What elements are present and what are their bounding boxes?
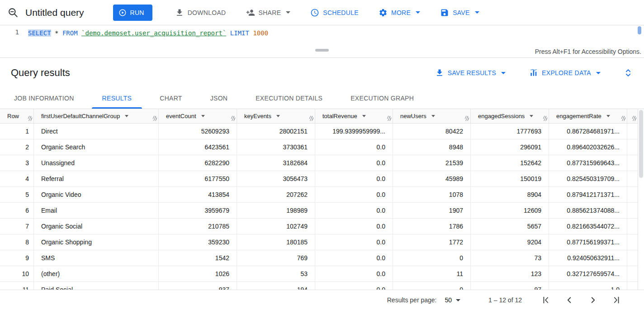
cell-engaged-sessions: 12609	[471, 203, 549, 218]
person-add-icon	[246, 8, 255, 17]
column-header-key-events[interactable]: keyEvents	[237, 109, 315, 123]
sql-keyword-from: FROM	[62, 29, 78, 37]
cell-engaged-sessions: 123	[471, 266, 549, 281]
table-row[interactable]: 1 Direct 52609293 28002151 199.939995999…	[0, 124, 644, 139]
download-button[interactable]: DOWNLOAD	[175, 8, 226, 17]
table-row[interactable]: 9 SMS 1542 769 0.0 0 73 0.924050632911..…	[0, 250, 644, 266]
tab-job-information[interactable]: JOB INFORMATION	[0, 88, 88, 109]
cell-channel-group: Referral	[34, 171, 159, 186]
schedule-button[interactable]: SCHEDULE	[310, 8, 359, 17]
column-header-channel-group[interactable]: firstUserDefaultChannelGroup	[34, 109, 159, 123]
column-resize-handle[interactable]	[632, 116, 636, 121]
cell-engaged-sessions: 152642	[471, 155, 549, 171]
splitter-handle[interactable]	[315, 49, 329, 52]
sort-menu-icon[interactable]	[606, 115, 610, 117]
explore-data-button[interactable]: EXPLORE DATA	[529, 68, 601, 77]
column-resize-handle[interactable]	[309, 116, 313, 121]
cell-engagement-rate: 0.896402032626...	[549, 139, 627, 155]
cell-engagement-rate: 0.885621374088...	[549, 203, 627, 218]
column-header-engaged-sessions[interactable]: engagedSessions	[471, 109, 549, 123]
previous-page-button[interactable]	[564, 295, 574, 305]
sort-menu-icon[interactable]	[201, 115, 205, 117]
cell-engagement-rate: 0.867284681971...	[549, 124, 627, 139]
cell-clipped	[627, 266, 638, 281]
chevron-down-icon	[286, 11, 290, 14]
cell-clipped	[627, 282, 638, 290]
save-results-button[interactable]: SAVE RESULTS	[435, 68, 506, 77]
column-header-total-revenue[interactable]: totalRevenue	[315, 109, 393, 123]
bigquery-console: Untitled query RUN DOWNLOAD SHARE	[0, 0, 644, 310]
sql-editor[interactable]: 1 SELECT * FROM `demo.demoset.user_acqui…	[0, 25, 644, 47]
cell-total-revenue: 0.0	[315, 250, 393, 266]
scrollbar-thumb[interactable]	[639, 110, 643, 178]
column-header-clipped	[627, 109, 638, 123]
chevron-left-icon	[564, 295, 574, 305]
chevron-down-icon	[416, 11, 420, 14]
table-row[interactable]: 6 Email 3959679 198989 0.0 1907 12609 0.…	[0, 203, 644, 219]
tab-chart[interactable]: CHART	[146, 88, 196, 109]
row-number: 9	[0, 250, 34, 266]
cell-engaged-sessions: 150019	[471, 171, 549, 186]
sort-menu-icon[interactable]	[125, 115, 128, 117]
table-row[interactable]: 8 Organic Shopping 359230 180185 0.0 177…	[0, 234, 644, 250]
editor-scrollbar[interactable]	[638, 26, 641, 34]
table-scrollbar[interactable]	[638, 109, 644, 290]
column-header-new-users[interactable]: newUsers	[393, 109, 471, 123]
tab-results[interactable]: RESULTS	[88, 88, 146, 109]
query-title: Untitled query	[25, 7, 84, 18]
chevron-down-icon	[456, 299, 460, 301]
cell-channel-group: Organic Video	[34, 187, 159, 202]
column-header-engagement-rate[interactable]: engagementRate	[549, 109, 627, 123]
table-row[interactable]: 10 (other) 1026 53 0.0 11 123 0.32712765…	[0, 266, 644, 282]
cell-key-events: 3730361	[237, 139, 315, 155]
column-resize-handle[interactable]	[153, 116, 157, 121]
column-resize-handle[interactable]	[387, 116, 391, 121]
table-row[interactable]: 7 Organic Social 210785 102749 0.0 1786 …	[0, 219, 644, 234]
cell-key-events: 3056473	[237, 171, 315, 186]
table-row[interactable]: 2 Organic Search 6423561 3730361 0.0 894…	[0, 139, 644, 155]
column-resize-handle[interactable]	[465, 116, 469, 121]
table-body: 1 Direct 52609293 28002151 199.939995999…	[0, 124, 644, 290]
sort-menu-icon[interactable]	[362, 115, 366, 117]
column-resize-handle[interactable]	[543, 116, 547, 121]
table-row[interactable]: 3 Unassigned 6282290 3182684 0.0 21539 1…	[0, 155, 644, 171]
save-button[interactable]: SAVE	[440, 8, 479, 17]
cell-event-count: 1542	[159, 250, 237, 266]
column-resize-handle[interactable]	[28, 116, 32, 121]
sql-table-reference[interactable]: `demo.demoset.user_acquisition_report`	[81, 29, 226, 37]
column-header-event-count[interactable]: eventCount	[159, 109, 237, 123]
cell-new-users: 1772	[393, 234, 471, 250]
cell-engaged-sessions: 296091	[471, 139, 549, 155]
tab-json[interactable]: JSON	[196, 88, 242, 109]
column-resize-handle[interactable]	[231, 116, 235, 121]
sort-menu-icon[interactable]	[431, 115, 435, 117]
share-button[interactable]: SHARE	[246, 8, 291, 17]
sort-menu-icon[interactable]	[530, 115, 533, 117]
cell-clipped	[627, 139, 638, 155]
sort-menu-icon[interactable]	[276, 115, 280, 117]
tab-execution-details[interactable]: EXECUTION DETAILS	[242, 88, 336, 109]
cell-total-revenue: 0.0	[315, 282, 393, 290]
results-per-page-select[interactable]: 50	[445, 296, 460, 304]
results-tabs: JOB INFORMATION RESULTS CHART JSON EXECU…	[0, 88, 644, 109]
cell-clipped	[627, 171, 638, 186]
table-row[interactable]: 11 Paid Social 937 194 0.0 0 97 1.0	[0, 282, 644, 290]
table-row[interactable]: 4 Referral 6177550 3056473 0.0 45989 150…	[0, 171, 644, 187]
first-page-button[interactable]	[541, 295, 551, 305]
next-page-button[interactable]	[588, 295, 598, 305]
cell-clipped	[627, 124, 638, 139]
cell-engagement-rate: 0.825450319709...	[549, 171, 627, 186]
first-page-icon	[541, 295, 551, 305]
row-number: 7	[0, 219, 34, 234]
sql-code-line[interactable]: SELECT * FROM `demo.demoset.user_acquisi…	[28, 25, 268, 47]
cell-engagement-rate: 0.879412171371...	[549, 187, 627, 202]
column-resize-handle[interactable]	[621, 116, 625, 121]
run-button[interactable]: RUN	[113, 5, 152, 21]
more-button[interactable]: MORE	[379, 8, 420, 17]
last-page-button[interactable]	[611, 295, 621, 305]
table-row[interactable]: 5 Organic Video 413854 207262 0.0 1078 8…	[0, 187, 644, 203]
tab-execution-graph[interactable]: EXECUTION GRAPH	[336, 88, 428, 109]
row-number: 4	[0, 171, 34, 186]
cell-event-count: 413854	[159, 187, 237, 202]
expand-panel-button[interactable]	[623, 68, 633, 78]
